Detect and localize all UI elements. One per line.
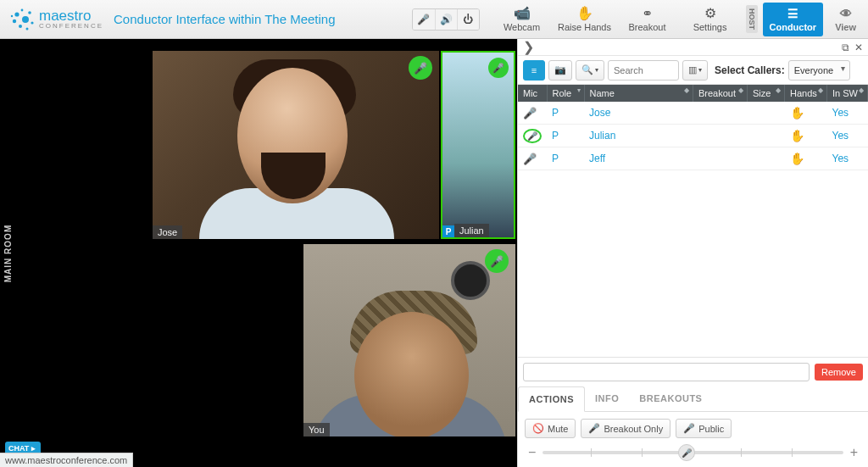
breakout-icon: ⚭ xyxy=(642,7,653,20)
cell-role: P xyxy=(547,147,584,170)
svg-point-0 xyxy=(22,16,29,23)
table-row[interactable]: 🎤 P Julian ✋ Yes xyxy=(518,125,868,147)
sliders-icon: ☰ xyxy=(787,7,798,20)
slider-minus[interactable]: − xyxy=(528,445,536,460)
svg-point-3 xyxy=(19,25,22,28)
search-dropdown-button[interactable]: 🔍▾ xyxy=(576,60,604,81)
lower-text-input[interactable] xyxy=(523,363,810,381)
col-name[interactable]: Name◆ xyxy=(584,85,693,102)
col-role[interactable]: Role▾ xyxy=(547,85,584,102)
nav-breakout-label: Breakout xyxy=(629,22,666,32)
logo: maestro CONFERENCE xyxy=(8,6,103,33)
col-size[interactable]: Size◆ xyxy=(748,85,785,102)
mic-toggle-button[interactable]: 🎤 xyxy=(413,9,435,30)
person-face xyxy=(354,312,469,436)
table-row[interactable]: 🎤 P Jose ✋ Yes xyxy=(518,102,868,125)
mic-on-icon: 🎤 xyxy=(523,107,537,120)
svg-point-2 xyxy=(13,19,16,22)
nav-settings-label: Settings xyxy=(693,22,727,32)
hand-icon: ✋ xyxy=(790,106,804,120)
close-icon[interactable]: ✕ xyxy=(854,42,863,53)
top-bar: maestro CONFERENCE Conductor Interface w… xyxy=(0,0,868,39)
cell-insw: Yes xyxy=(827,102,868,125)
conductor-panel: ❯ ⧉ ✕ ≡ 📷 🔍▾ ▥▾ Select Callers: Everyone xyxy=(517,39,868,467)
host-badge: HOST xyxy=(746,5,758,33)
cell-name[interactable]: Jeff xyxy=(584,147,693,170)
svg-point-4 xyxy=(28,11,31,14)
mic-icon: 🎤 xyxy=(682,448,692,458)
collapse-icon[interactable]: ❯ xyxy=(523,39,534,55)
svg-point-8 xyxy=(11,14,13,16)
lower-input-row: Remove xyxy=(518,357,868,386)
search-input[interactable] xyxy=(608,60,679,81)
col-insw[interactable]: In SW◆ xyxy=(827,85,868,102)
mic-icon: 🎤 xyxy=(588,423,600,434)
mic-status-icon: 🎤 xyxy=(485,249,509,273)
panel-toolbar: ≡ 📷 🔍▾ ▥▾ Select Callers: Everyone xyxy=(518,56,868,85)
camera-button[interactable]: 📷 xyxy=(548,60,572,81)
sort-icon: ◆ xyxy=(738,88,743,93)
tab-breakouts[interactable]: BREAKOUTS xyxy=(629,386,712,411)
svg-point-7 xyxy=(21,8,24,11)
list-icon: ≡ xyxy=(531,65,537,75)
chevron-down-icon: ▾ xyxy=(595,66,598,74)
select-callers-dropdown[interactable]: Everyone xyxy=(788,60,850,81)
breakout-only-button[interactable]: 🎤Breakout Only xyxy=(581,419,670,438)
mic-icon: 🎤 xyxy=(417,14,430,25)
cell-name[interactable]: Julian xyxy=(584,125,693,147)
cell-role: P xyxy=(547,125,584,147)
logo-subtext: CONFERENCE xyxy=(39,23,103,30)
nav-settings[interactable]: ⚙ Settings xyxy=(682,4,739,35)
nav-webcam[interactable]: 📹 Webcam xyxy=(493,4,551,35)
panel-header: ❯ ⧉ ✕ xyxy=(518,39,868,56)
col-hands[interactable]: Hands◆ xyxy=(785,85,827,102)
tab-conductor-label: Conductor xyxy=(770,22,817,32)
video-tile-julian[interactable]: 🎤 P Julian xyxy=(441,51,515,239)
public-label: Public xyxy=(698,424,724,434)
col-breakout[interactable]: Breakout◆ xyxy=(693,85,748,102)
breakout-only-label: Breakout Only xyxy=(604,424,663,434)
popout-icon[interactable]: ⧉ xyxy=(842,42,849,53)
table-row[interactable]: 🎤 P Jeff ✋ Yes xyxy=(518,147,868,170)
remove-button[interactable]: Remove xyxy=(815,364,863,381)
nav-webcam-label: Webcam xyxy=(504,22,540,32)
video-tile-you[interactable]: 🎤 You xyxy=(303,244,515,436)
hand-icon: ✋ xyxy=(790,129,804,142)
tab-view-label: View xyxy=(835,22,856,32)
col-mic[interactable]: Mic xyxy=(518,85,547,102)
action-tabs: ACTIONS INFO BREAKOUTS xyxy=(518,386,868,412)
p-badge: P xyxy=(442,225,454,237)
public-button[interactable]: 🎤Public xyxy=(676,419,732,438)
hangup-button[interactable]: ⏻ xyxy=(457,9,479,30)
list-view-button[interactable]: ≡ xyxy=(523,60,545,81)
tab-conductor[interactable]: ☰ Conductor xyxy=(763,3,824,36)
mute-button[interactable]: 🚫Mute xyxy=(525,419,576,438)
columns-icon: ▥ xyxy=(688,64,697,75)
page-title: Conductor Interface within The Meeting xyxy=(114,12,336,26)
mic-speaking-icon: 🎤 xyxy=(523,129,542,143)
columns-button[interactable]: ▥▾ xyxy=(682,60,708,81)
video-tile-jose[interactable]: 🎤 Jose xyxy=(153,51,439,239)
room-label: MAIN ROOM xyxy=(3,224,13,281)
speaker-toggle-button[interactable]: 🔊 xyxy=(435,9,457,30)
camera-icon: 📷 xyxy=(554,64,566,75)
volume-slider[interactable]: 🎤 xyxy=(542,451,843,454)
mute-label: Mute xyxy=(548,424,568,434)
sort-icon: ▾ xyxy=(577,88,581,93)
sort-icon: ◆ xyxy=(684,88,689,93)
nav-breakout[interactable]: ⚭ Breakout xyxy=(619,4,676,35)
nav-raise-hands[interactable]: ✋ Raise Hands xyxy=(556,4,614,35)
tab-view[interactable]: 👁 View xyxy=(828,3,863,36)
slider-plus[interactable]: + xyxy=(850,445,858,460)
slider-thumb[interactable]: 🎤 xyxy=(678,444,695,461)
eye-icon: 👁 xyxy=(840,7,852,20)
audio-controls: 🎤 🔊 ⏻ xyxy=(412,8,480,31)
logo-dots-icon xyxy=(8,6,36,33)
cell-name[interactable]: Jose xyxy=(584,102,693,125)
tab-info[interactable]: INFO xyxy=(585,386,629,411)
video-stage: MAIN ROOM 🎤 Jose 🎤 P Julian 🎤 You CHAT ▸… xyxy=(0,39,517,467)
hand-icon: ✋ xyxy=(790,152,804,165)
select-callers-wrap: Everyone xyxy=(788,60,850,81)
tab-actions[interactable]: ACTIONS xyxy=(518,386,585,412)
mic-status-icon: 🎤 xyxy=(488,58,509,78)
